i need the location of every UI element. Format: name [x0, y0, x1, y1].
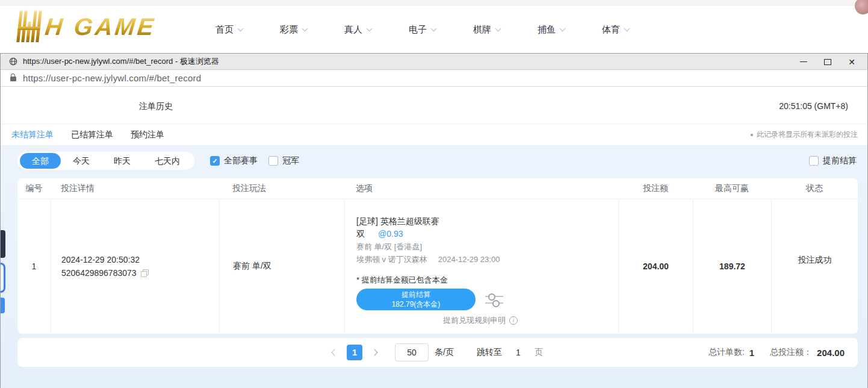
table-header-row: 编号 投注详情 投注玩法 选项 投注额 最高可赢 状态 [17, 178, 858, 199]
prev-page-icon[interactable] [331, 349, 338, 355]
nav-label: 体育 [602, 24, 620, 36]
browser-titlebar[interactable]: https://user-pc-new.jylywl.com/#/bet_rec… [1, 54, 867, 70]
nav-label: 真人 [344, 24, 362, 36]
maximize-button[interactable] [816, 54, 840, 70]
match-time: 2024-12-29 23:00 [438, 253, 500, 266]
page-1-button[interactable]: 1 [347, 345, 362, 360]
chevron-down-icon [302, 25, 308, 31]
nav-label: 捕鱼 [538, 24, 556, 36]
match-text: 埃弗顿 v 诺丁汉森林 [356, 253, 427, 266]
total-count-value: 1 [749, 348, 754, 358]
cashout-amount: 182.79(含本金) [392, 300, 441, 308]
nav-label: 首页 [215, 24, 234, 36]
row-number: 1 [17, 261, 51, 271]
cell-stake: 204.00 [618, 199, 693, 333]
tab-reserved[interactable]: 预约注单 [131, 130, 164, 140]
nav-label: 彩票 [280, 24, 298, 36]
maximize-icon [824, 59, 831, 65]
pager-controls: 1 条/页 跳转至 页 [332, 338, 543, 367]
info-icon: i [509, 316, 518, 325]
close-button[interactable]: ✕ [840, 54, 864, 70]
avatar[interactable] [855, 0, 868, 14]
cell-no: 1 [17, 199, 51, 333]
checkbox-checked-icon: ✓ [210, 156, 220, 166]
address-url: https://user-pc-new.jylywl.com/#/bet_rec… [23, 73, 201, 83]
window-controls: ✕ [792, 54, 864, 70]
checkbox-early-settle[interactable]: 提前结算 [809, 155, 857, 166]
col-header-stake: 投注额 [618, 183, 693, 194]
cashout-note: * 提前结算金额已包含本金 [356, 275, 618, 286]
nav-item-fishing[interactable]: 捕鱼 [538, 24, 565, 36]
nav-item-cards[interactable]: 棋牌 [473, 24, 500, 36]
total-count-label: 总计单数: [708, 347, 745, 358]
date-option-all[interactable]: 全部 [20, 153, 61, 169]
checkbox-unchecked-icon [268, 156, 278, 166]
jump-page-input[interactable] [508, 344, 529, 361]
cashout-button[interactable]: 提前结算 182.79(含本金) [356, 289, 476, 310]
col-header-no: 编号 [17, 183, 51, 194]
floating-widget-fragment[interactable] [1, 263, 5, 293]
table-row: 1 2024-12-29 20:50:32 5206429896783073 赛… [17, 199, 858, 333]
filter-bar: 全部 今天 昨天 七天内 ✓ 全部赛事 冠军 提前结算 [1, 145, 867, 177]
maxwin-amount: 189.72 [693, 261, 771, 271]
date-option-yesterday[interactable]: 昨天 [102, 153, 143, 169]
tab-settled[interactable]: 已结算注单 [71, 130, 113, 140]
tabs-bar: 未结算注单 已结算注单 预约注单 [11, 124, 164, 145]
date-option-today[interactable]: 今天 [61, 153, 102, 169]
tab-unsettled[interactable]: 未结算注单 [11, 130, 54, 140]
nav-item-home[interactable]: 首页 [215, 24, 243, 36]
nav-item-lottery[interactable]: 彩票 [280, 24, 307, 36]
league-text: [足球] 英格兰超级联赛 [356, 215, 618, 228]
col-header-playtype: 投注玩法 [219, 183, 344, 194]
per-page-label: 条/页 [435, 347, 454, 358]
cashout-label: 提前结算 [401, 290, 430, 299]
top-strip [0, 0, 868, 6]
play-type: 赛前 单/双 [233, 261, 344, 272]
chevron-down-icon [367, 25, 373, 31]
chevron-down-icon [495, 25, 501, 31]
nav-item-live[interactable]: 真人 [344, 24, 371, 36]
cashout-rules-link[interactable]: 提前兑现规则申明 i [356, 315, 518, 326]
page-size-input[interactable] [395, 343, 429, 361]
clock-text: 20:51:05 (GMT+8) [779, 101, 848, 111]
checkbox-label: 提前结算 [823, 155, 857, 166]
date-range-group: 全部 今天 昨天 七天内 [17, 152, 194, 170]
browser-addressbar[interactable]: https://user-pc-new.jylywl.com/#/bet_rec… [1, 70, 867, 87]
nav-item-slots[interactable]: 电子 [409, 24, 436, 36]
tune-sliders-icon[interactable] [485, 296, 503, 304]
cell-status: 投注成功 [771, 199, 858, 333]
lock-icon [10, 77, 16, 81]
copy-icon[interactable] [141, 269, 149, 277]
logo-text: H GAME [44, 13, 158, 40]
nav-label: 棋牌 [473, 24, 491, 36]
date-option-7days[interactable]: 七天内 [143, 153, 192, 169]
col-header-selection: 选项 [344, 183, 618, 194]
cell-maxwin: 189.72 [693, 199, 771, 333]
checkbox-champion[interactable]: 冠军 [268, 155, 299, 166]
globe-icon [9, 57, 17, 66]
chevron-down-icon [431, 25, 437, 31]
floating-widget-fragment[interactable] [1, 298, 5, 313]
next-page-icon[interactable] [371, 349, 377, 355]
bet-time: 2024-12-29 20:50:32 [61, 253, 219, 266]
note-text: 此记录将显示所有未派彩的投注 [757, 130, 858, 140]
cell-details: 2024-12-29 20:50:32 5206429896783073 [51, 199, 219, 333]
chevron-down-icon [560, 25, 566, 31]
odds-text: @0.93 [378, 228, 403, 240]
checkbox-label: 冠军 [282, 155, 299, 166]
header-note: 此记录将显示所有未派彩的投注 [751, 124, 858, 145]
browser-window: https://user-pc-new.jylywl.com/#/bet_rec… [0, 53, 868, 388]
nav-label: 电子 [409, 24, 427, 36]
floating-widget-fragment[interactable] [1, 230, 5, 258]
minimize-button[interactable] [792, 54, 816, 70]
checkbox-all-events[interactable]: ✓ 全部赛事 [210, 155, 258, 166]
bet-table: 编号 投注详情 投注玩法 选项 投注额 最高可赢 状态 1 2024-12-29… [17, 178, 858, 334]
nav-item-sports[interactable]: 体育 [602, 24, 629, 36]
site-logo[interactable]: H GAME [16, 11, 157, 42]
stake-amount: 204.00 [619, 261, 693, 271]
page-title: 注单历史 [139, 101, 173, 112]
totals: 总计单数: 1 总投注额： 204.00 [708, 338, 845, 367]
chevron-down-icon [238, 25, 244, 31]
chevron-down-icon [624, 25, 630, 31]
cell-selection: [足球] 英格兰超级联赛 双 @0.93 赛前 单/双 [香港盘] 埃弗顿 v … [344, 199, 618, 333]
